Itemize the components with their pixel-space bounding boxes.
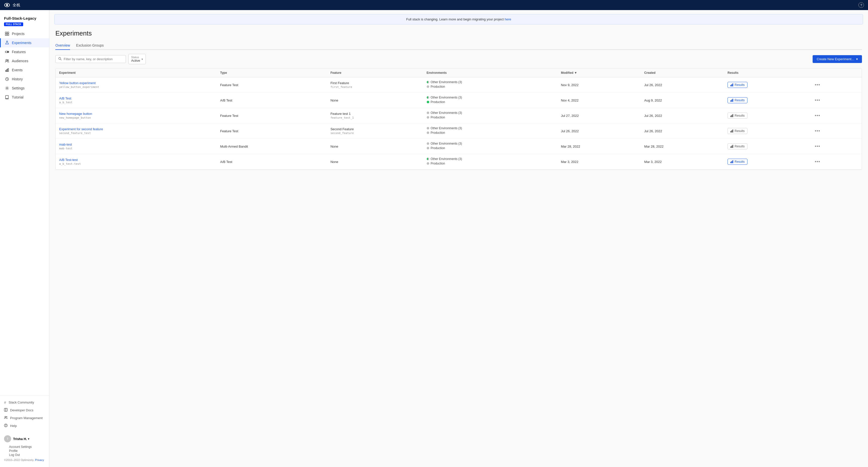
status-value: Active xyxy=(131,59,140,62)
experiment-name-link[interactable]: New homepage button xyxy=(59,112,213,116)
experiment-name-link[interactable]: A/B Test xyxy=(59,96,213,100)
sidebar-footer-docs-label: Developer Docs xyxy=(10,408,33,412)
status-dropdown[interactable]: Status Active ▾ xyxy=(128,54,146,64)
svg-rect-11 xyxy=(5,70,6,71)
env-other: Other Environments (3) xyxy=(427,142,554,145)
sidebar-item-projects[interactable]: Projects xyxy=(0,29,49,38)
topbar-help[interactable]: ? xyxy=(859,2,864,8)
sidebar-item-events[interactable]: Events xyxy=(0,65,49,75)
sidebar-item-settings[interactable]: Settings xyxy=(0,84,49,93)
migration-banner: Full stack is changing. Learn more and b… xyxy=(54,14,863,24)
sidebar-footer-program[interactable]: Program Management xyxy=(0,414,49,422)
feature-name: Feature test 1 xyxy=(331,112,420,116)
experiment-name-link[interactable]: Experiment for second feature xyxy=(59,127,213,131)
more-actions-button[interactable]: ••• xyxy=(813,97,822,104)
cell-type: A/B Test xyxy=(217,154,327,170)
more-actions-button[interactable]: ••• xyxy=(813,112,822,119)
cell-modified: Nov 4, 2022 xyxy=(557,93,641,108)
table-header: Experiment Type Feature Environments Mod… xyxy=(56,68,862,77)
more-actions-button[interactable]: ••• xyxy=(813,143,822,150)
results-button[interactable]: Results xyxy=(727,159,747,165)
sidebar-footer: # Slack Community Developer Docs xyxy=(0,395,49,433)
svg-rect-38 xyxy=(731,162,731,163)
svg-rect-25 xyxy=(733,84,733,86)
banner-link[interactable]: here xyxy=(504,18,511,21)
chevron-down-icon: ▾ xyxy=(142,57,143,61)
cell-results: Results xyxy=(724,139,809,154)
sidebar-footer-slack-label: Slack Community xyxy=(8,401,34,404)
svg-rect-28 xyxy=(733,99,733,101)
sidebar-item-tutorial[interactable]: Tutorial xyxy=(0,93,49,102)
results-button[interactable]: Results xyxy=(727,113,747,119)
grid-icon xyxy=(5,31,9,36)
env-other: Other Environments (3) xyxy=(427,111,554,115)
table-row: Yellow button experiment yellow_button_e… xyxy=(56,77,862,93)
sidebar-footer-slack[interactable]: # Slack Community xyxy=(0,399,49,406)
feature-name: Second Feature xyxy=(331,127,420,131)
results-button[interactable]: Results xyxy=(727,143,747,149)
account-settings-link[interactable]: Account Settings xyxy=(9,445,49,449)
cell-experiment: New homepage button new_homepage_button xyxy=(56,108,217,123)
col-environments: Environments xyxy=(423,68,558,77)
svg-rect-13 xyxy=(8,68,8,71)
env-other-dot xyxy=(427,127,429,129)
tab-exclusion-groups[interactable]: Exclusion Groups xyxy=(76,41,104,50)
more-actions-button[interactable]: ••• xyxy=(813,158,822,166)
sidebar-item-events-label: Events xyxy=(12,68,23,72)
experiment-name-link[interactable]: Yellow button experiment xyxy=(59,81,213,85)
env-other-dot xyxy=(427,96,429,99)
cell-environments: Other Environments (3) Production xyxy=(423,108,558,123)
env-other-dot xyxy=(427,81,429,83)
env-prod-dot xyxy=(427,132,429,134)
search-input[interactable] xyxy=(64,57,123,61)
more-actions-button[interactable]: ••• xyxy=(813,127,822,135)
env-other: Other Environments (3) xyxy=(427,126,554,130)
search-box[interactable] xyxy=(55,55,126,63)
sidebar-copyright: ©2010–2022 Optimizely. Privacy xyxy=(0,457,49,463)
privacy-link[interactable]: Privacy xyxy=(35,459,44,462)
results-button[interactable]: Results xyxy=(727,128,747,134)
chevron-down-icon: ▾ xyxy=(28,438,29,440)
sidebar-footer-docs[interactable]: Developer Docs xyxy=(0,406,49,414)
logout-link[interactable]: Log Out xyxy=(9,453,49,457)
svg-rect-31 xyxy=(733,114,733,117)
table-row: New homepage button new_homepage_button … xyxy=(56,108,862,123)
profile-link[interactable]: Profile xyxy=(9,449,49,453)
sidebar-item-audiences-label: Audiences xyxy=(12,59,28,63)
cell-actions: ••• xyxy=(809,93,862,108)
sidebar-user[interactable]: T Trisha H. ▾ xyxy=(0,433,49,445)
chevron-down-icon: ▾ xyxy=(856,57,858,61)
sidebar-item-experiments-label: Experiments xyxy=(12,41,31,45)
results-button[interactable]: Results xyxy=(727,97,747,103)
cell-modified: Jul 27, 2022 xyxy=(557,108,641,123)
svg-point-20 xyxy=(6,426,6,427)
sidebar-footer-help[interactable]: Help xyxy=(0,422,49,430)
sidebar-item-experiments[interactable]: Experiments xyxy=(0,38,49,47)
col-modified[interactable]: Modified ▼ xyxy=(557,68,641,77)
svg-rect-39 xyxy=(732,161,732,163)
sidebar-item-features[interactable]: Features xyxy=(0,47,49,56)
experiment-name-link[interactable]: mab-test xyxy=(59,143,213,146)
env-prod-dot xyxy=(427,101,429,103)
col-results: Results xyxy=(724,68,809,77)
users-icon xyxy=(5,59,9,63)
env-other: Other Environments (3) xyxy=(427,157,554,161)
sidebar-item-audiences[interactable]: Audiences xyxy=(0,56,49,65)
create-experiment-button[interactable]: Create New Experiment... ▾ xyxy=(813,55,862,63)
cell-results: Results xyxy=(724,123,809,139)
flask-icon xyxy=(5,40,9,45)
cell-actions: ••• xyxy=(809,123,862,139)
cell-results: Results xyxy=(724,108,809,123)
experiment-name-link[interactable]: A/B Test-test xyxy=(59,158,213,162)
more-actions-button[interactable]: ••• xyxy=(813,81,822,89)
cell-type: A/B Test xyxy=(217,93,327,108)
sidebar-badge: FULL STACK xyxy=(4,22,23,26)
sidebar-footer-program-label: Program Management xyxy=(10,416,42,420)
sidebar-item-history[interactable]: History xyxy=(0,75,49,84)
env-prod: Production xyxy=(427,85,554,88)
tab-overview[interactable]: Overview xyxy=(55,41,70,50)
people-icon xyxy=(4,416,7,420)
env-other: Other Environments (3) xyxy=(427,80,554,84)
results-button[interactable]: Results xyxy=(727,82,747,88)
env-prod: Production xyxy=(427,146,554,150)
